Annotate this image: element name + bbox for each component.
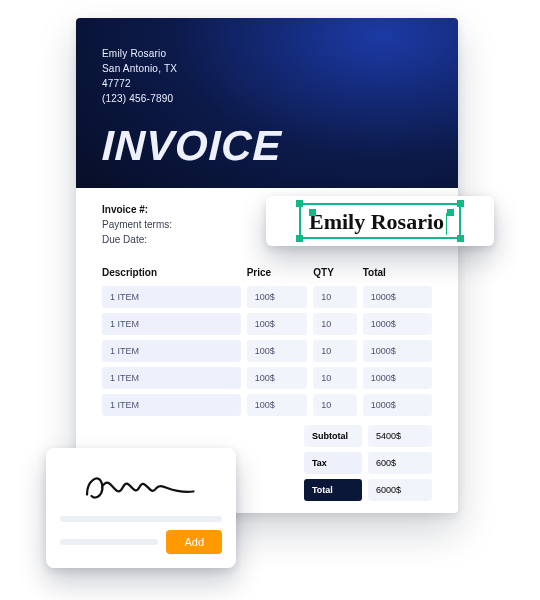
sender-phone: (123) 456-7890	[102, 91, 432, 106]
resize-handle-icon[interactable]	[457, 200, 464, 207]
text-edit-overlay[interactable]: Emily Rosario	[266, 196, 494, 246]
editing-text[interactable]: Emily Rosario	[309, 209, 444, 234]
invoice-number-label: Invoice #:	[102, 204, 172, 215]
cell-total[interactable]: 1000$	[363, 367, 432, 389]
signature-icon	[81, 464, 201, 510]
invoice-title: INVOICE	[101, 122, 433, 170]
total-value: 6000$	[368, 479, 432, 501]
table-row: 1 ITEM100$101000$	[102, 313, 432, 340]
cell-price[interactable]: 100$	[247, 394, 308, 416]
payment-terms-label: Payment terms:	[102, 219, 172, 230]
subtotal-value: 5400$	[368, 425, 432, 447]
cell-price[interactable]: 100$	[247, 340, 308, 362]
invoice-document: Emily Rosario San Antonio, TX 47772 (123…	[76, 18, 458, 513]
cell-description[interactable]: 1 ITEM	[102, 367, 241, 389]
table-row: 1 ITEM100$101000$	[102, 367, 432, 394]
col-total: Total	[363, 267, 432, 278]
cell-qty[interactable]: 10	[313, 313, 356, 335]
sender-name: Emily Rosario	[102, 46, 432, 61]
cell-qty[interactable]: 10	[313, 340, 356, 362]
table-row: 1 ITEM100$101000$	[102, 340, 432, 367]
signature-card: Add	[46, 448, 236, 568]
text-selection-box[interactable]: Emily Rosario	[299, 203, 461, 239]
cell-qty[interactable]: 10	[313, 286, 356, 308]
cell-price[interactable]: 100$	[247, 286, 308, 308]
cell-description[interactable]: 1 ITEM	[102, 286, 241, 308]
tax-label: Tax	[304, 452, 362, 474]
cell-qty[interactable]: 10	[313, 394, 356, 416]
placeholder-bar	[60, 516, 222, 522]
col-qty: QTY	[313, 267, 356, 278]
subtotal-label: Subtotal	[304, 425, 362, 447]
cell-total[interactable]: 1000$	[363, 286, 432, 308]
cell-price[interactable]: 100$	[247, 367, 308, 389]
add-button[interactable]: Add	[166, 530, 222, 554]
total-label: Total	[304, 479, 362, 501]
cell-qty[interactable]: 10	[313, 367, 356, 389]
cell-total[interactable]: 1000$	[363, 394, 432, 416]
due-date-label: Due Date:	[102, 234, 172, 245]
sender-city: San Antonio, TX	[102, 61, 432, 76]
table-row: 1 ITEM100$101000$	[102, 394, 432, 421]
placeholder-bar	[60, 539, 158, 545]
cell-description[interactable]: 1 ITEM	[102, 394, 241, 416]
cell-price[interactable]: 100$	[247, 313, 308, 335]
resize-handle-icon[interactable]	[296, 200, 303, 207]
resize-handle-icon[interactable]	[296, 235, 303, 242]
table-row: 1 ITEM100$101000$	[102, 286, 432, 313]
text-caret-icon	[446, 213, 447, 235]
sender-zip: 47772	[102, 76, 432, 91]
col-description: Description	[102, 267, 241, 278]
tax-value: 600$	[368, 452, 432, 474]
cell-total[interactable]: 1000$	[363, 313, 432, 335]
cell-total[interactable]: 1000$	[363, 340, 432, 362]
cell-description[interactable]: 1 ITEM	[102, 313, 241, 335]
signature-preview	[60, 462, 222, 512]
cell-description[interactable]: 1 ITEM	[102, 340, 241, 362]
resize-handle-icon[interactable]	[457, 235, 464, 242]
invoice-header: Emily Rosario San Antonio, TX 47772 (123…	[76, 18, 458, 188]
col-price: Price	[247, 267, 308, 278]
